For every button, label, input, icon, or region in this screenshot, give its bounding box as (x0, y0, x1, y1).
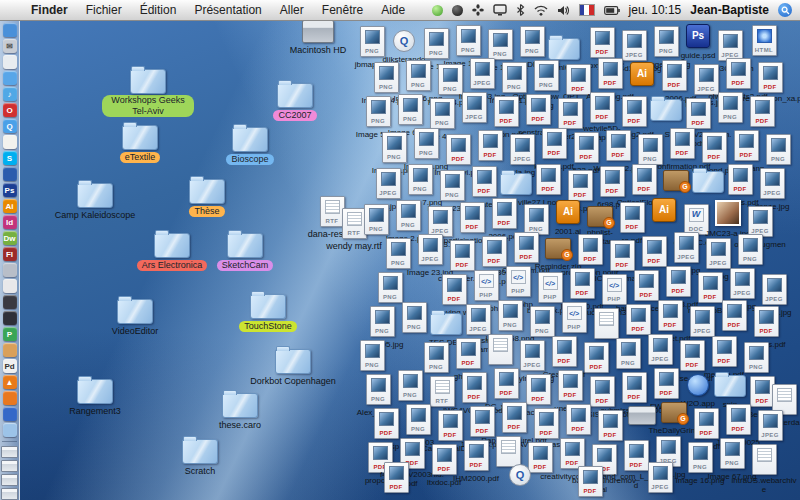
png-icon: PNG (360, 340, 385, 371)
dock-indesign-icon[interactable]: Id (3, 215, 17, 229)
dock-grab-icon[interactable] (3, 311, 17, 325)
menu-pr-sentation[interactable]: Présentation (185, 3, 270, 17)
desktop-file[interactable]: Q (486, 464, 554, 486)
menu-bar-clock[interactable]: jeu. 10:15 (629, 3, 682, 17)
place-touchstone[interactable]: TouchStone (222, 289, 314, 332)
dock-dreamweaver-icon[interactable]: Dw (3, 231, 17, 245)
bigfolder-icon (77, 183, 113, 208)
dock-vienna-icon[interactable] (3, 343, 17, 357)
desktop[interactable]: Macintosh HDWorkshops Geeks Tel-AvivCC20… (0, 20, 800, 500)
menu-bar: FinderFichierÉditionPrésentationAllerFen… (0, 0, 800, 21)
battery-icon[interactable] (604, 6, 620, 15)
bigfolder-icon (182, 439, 218, 464)
desktop-file[interactable]: JPEG (626, 462, 694, 493)
dock-processing-icon[interactable]: P (3, 327, 17, 341)
dock-colander-icon[interactable] (3, 391, 17, 405)
dock-opera-icon[interactable]: O (3, 103, 17, 117)
spotlight-icon[interactable] (778, 3, 792, 17)
dock-finder-icon[interactable] (3, 23, 17, 37)
icon-label: Scratch (185, 467, 216, 476)
airport-fan-icon[interactable] (472, 4, 484, 16)
desktop-file[interactable]: PNG (716, 234, 784, 265)
place-cc2007[interactable]: CC2007 (249, 78, 341, 121)
icon-label: Thèse (189, 206, 224, 217)
dock-preview-icon[interactable] (3, 55, 17, 69)
pdf-icon: PDF (758, 62, 783, 93)
icon-label: these.caro (219, 421, 261, 430)
png-icon: PNG (766, 134, 791, 165)
menu-bar-user-name[interactable]: Jean-Baptiste (690, 3, 769, 17)
bigfolder-icon (250, 294, 286, 319)
png-icon: PNG (738, 234, 763, 265)
place-bioscope[interactable]: Bioscope (204, 122, 296, 165)
sync-status-icon[interactable] (432, 5, 443, 16)
menu-aide[interactable]: Aide (372, 3, 414, 17)
dock-skype-icon[interactable]: S (3, 151, 17, 165)
place-camp-kaleidoscope[interactable]: Camp Kaleidoscope (49, 178, 141, 220)
dock-pen-icon[interactable] (3, 407, 17, 421)
displays-icon[interactable] (493, 4, 507, 16)
desktop-file[interactable]: PDF (556, 466, 624, 497)
desktop-file[interactable]: PNG (338, 340, 406, 371)
place-these[interactable]: Thèse (161, 174, 253, 217)
place-sketchcam[interactable]: SketchCam (199, 228, 291, 271)
place-etextile[interactable]: eTextile (94, 120, 186, 163)
place-dorkbot-copenhagen[interactable]: Dorkbot Copenhagen (247, 344, 339, 386)
menu-finder[interactable]: Finder (22, 3, 77, 17)
place-scratch[interactable]: Scratch (154, 434, 246, 476)
place-workshops-geeks-tel-aviv[interactable]: Workshops Geeks Tel-Aviv (102, 64, 194, 117)
dock-minimized-window[interactable] (1, 488, 18, 500)
dock-mail-icon[interactable]: ✉ (3, 39, 17, 53)
dock-vlc-icon[interactable]: ▲ (3, 375, 17, 389)
wifi-icon[interactable] (534, 5, 548, 16)
bigfolder-icon (117, 299, 153, 324)
pdf-icon: PDF (578, 466, 603, 497)
icon-label: SketchCam (217, 260, 274, 271)
dock-ichat-icon[interactable] (3, 279, 17, 293)
input-language-flag-fr[interactable] (579, 4, 595, 16)
dock-minimized-window[interactable] (1, 460, 18, 472)
dock-photoshop-icon[interactable]: Ps (3, 183, 17, 197)
ink-status-icon[interactable] (452, 5, 463, 16)
menu-fen-tre[interactable]: Fenêtre (313, 3, 372, 17)
icon-label: Bioscope (226, 154, 273, 165)
desktop-file[interactable]: intraUS.webarchive (730, 444, 798, 494)
icon-label: VideoEditor (112, 327, 158, 336)
icon-label: TouchStone (239, 321, 297, 332)
dock-itunes-icon[interactable]: ♪ (3, 87, 17, 101)
menu--dition[interactable]: Édition (131, 3, 186, 17)
dock-acrobat-icon[interactable] (3, 263, 17, 277)
place-these-caro[interactable]: these.caro (194, 388, 286, 430)
dock-illustrator-icon[interactable]: Ai (3, 199, 17, 213)
icon-label: intraUS.webarchive (730, 476, 798, 494)
place-rangement3[interactable]: Rangement3 (49, 374, 141, 416)
volume-icon[interactable] (557, 5, 570, 16)
desktop-file[interactable]: PNG (722, 342, 790, 373)
dock-puredata-icon[interactable]: Pd (3, 359, 17, 373)
bigfolder-icon (130, 69, 166, 94)
desktop-file[interactable]: PDF (362, 462, 430, 493)
dock-terminal-icon[interactable] (3, 295, 17, 309)
dock-safari-icon[interactable] (3, 71, 17, 85)
dock-documents-folder-icon[interactable] (3, 423, 17, 437)
dock-quicktime-icon[interactable]: Q (3, 119, 17, 133)
menu-bar-status-area: jeu. 10:15 Jean-Baptiste (432, 3, 800, 17)
desktop-file[interactable]: PDF (728, 96, 796, 127)
dock-flash-icon[interactable]: Fl (3, 247, 17, 261)
bigfolder-icon (232, 127, 268, 152)
desktop-file[interactable]: PNG (356, 272, 424, 303)
dock-minimized-window[interactable] (1, 446, 18, 458)
dock-adium-icon[interactable] (3, 167, 17, 181)
gen-icon (752, 444, 777, 475)
dock-minimized-window[interactable] (1, 474, 18, 486)
bigfolder-icon (227, 233, 263, 258)
desktop-file[interactable]: PNG (744, 134, 800, 165)
desktop-file[interactable]: JPEG (736, 410, 800, 441)
bluetooth-icon[interactable] (516, 4, 525, 16)
dock-ical-icon[interactable] (3, 135, 17, 149)
place-videoeditor[interactable]: VideoEditor (89, 294, 181, 336)
desktop-file[interactable]: HTML (730, 25, 798, 56)
menu-fichier[interactable]: Fichier (77, 3, 131, 17)
jpg-icon: JPEG (760, 168, 785, 199)
menu-aller[interactable]: Aller (271, 3, 313, 17)
